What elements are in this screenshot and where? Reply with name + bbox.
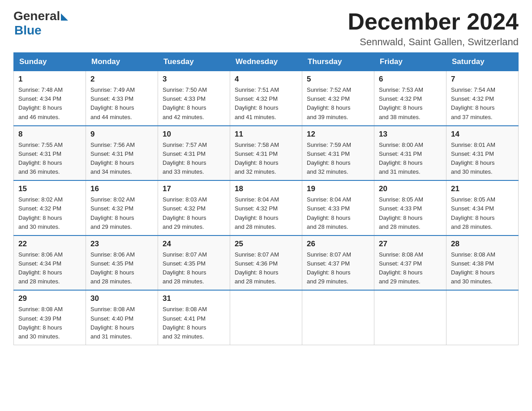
calendar-cell: 27 Sunrise: 8:08 AMSunset: 4:37 PMDaylig… bbox=[374, 235, 446, 291]
day-number: 19 bbox=[307, 184, 369, 193]
day-info: Sunrise: 8:08 AMSunset: 4:40 PMDaylight:… bbox=[90, 306, 135, 339]
calendar-cell: 19 Sunrise: 8:04 AMSunset: 4:33 PMDaylig… bbox=[302, 180, 374, 235]
page-header: General Blue December 2024 Sennwald, Sai… bbox=[13, 9, 519, 48]
day-number: 1 bbox=[18, 75, 81, 84]
day-number: 29 bbox=[18, 294, 81, 303]
day-number: 14 bbox=[451, 130, 514, 139]
calendar-cell: 22 Sunrise: 8:06 AMSunset: 4:34 PMDaylig… bbox=[14, 235, 86, 291]
calendar-week-row: 1 Sunrise: 7:48 AMSunset: 4:34 PMDayligh… bbox=[14, 71, 519, 126]
day-info: Sunrise: 7:52 AMSunset: 4:32 PMDaylight:… bbox=[307, 86, 351, 120]
day-number: 26 bbox=[307, 240, 369, 248]
calendar-week-row: 22 Sunrise: 8:06 AMSunset: 4:34 PMDaylig… bbox=[14, 235, 519, 291]
calendar-cell: 3 Sunrise: 7:50 AMSunset: 4:33 PMDayligh… bbox=[158, 71, 230, 126]
logo-blue-text: Blue bbox=[14, 23, 42, 37]
day-number: 21 bbox=[451, 184, 514, 193]
calendar-cell: 1 Sunrise: 7:48 AMSunset: 4:34 PMDayligh… bbox=[14, 71, 86, 126]
calendar-cell: 7 Sunrise: 7:54 AMSunset: 4:32 PMDayligh… bbox=[446, 71, 519, 126]
day-number: 18 bbox=[235, 184, 297, 193]
logo-general-text: General bbox=[13, 9, 60, 23]
day-number: 15 bbox=[18, 184, 81, 193]
calendar-week-row: 29 Sunrise: 8:08 AMSunset: 4:39 PMDaylig… bbox=[14, 290, 519, 345]
day-info: Sunrise: 7:53 AMSunset: 4:32 PMDaylight:… bbox=[379, 86, 423, 120]
calendar-cell: 8 Sunrise: 7:55 AMSunset: 4:31 PMDayligh… bbox=[14, 126, 86, 181]
day-number: 10 bbox=[163, 130, 225, 139]
day-number: 28 bbox=[451, 240, 514, 248]
calendar-cell: 4 Sunrise: 7:51 AMSunset: 4:32 PMDayligh… bbox=[230, 71, 302, 126]
calendar-table: SundayMondayTuesdayWednesdayThursdayFrid… bbox=[13, 52, 519, 345]
calendar-cell: 11 Sunrise: 7:58 AMSunset: 4:31 PMDaylig… bbox=[230, 126, 302, 181]
location-subtitle: Sennwald, Saint Gallen, Switzerland bbox=[348, 36, 519, 48]
day-number: 12 bbox=[307, 130, 369, 139]
day-info: Sunrise: 7:55 AMSunset: 4:31 PMDaylight:… bbox=[18, 141, 63, 175]
weekday-header-sunday: Sunday bbox=[14, 53, 86, 71]
day-number: 8 bbox=[18, 130, 81, 139]
calendar-cell bbox=[446, 290, 519, 345]
calendar-cell: 21 Sunrise: 8:05 AMSunset: 4:34 PMDaylig… bbox=[446, 180, 519, 235]
day-info: Sunrise: 8:00 AMSunset: 4:31 PMDaylight:… bbox=[379, 141, 423, 175]
day-number: 25 bbox=[235, 240, 297, 248]
calendar-cell: 29 Sunrise: 8:08 AMSunset: 4:39 PMDaylig… bbox=[14, 290, 86, 345]
calendar-cell: 18 Sunrise: 8:04 AMSunset: 4:32 PMDaylig… bbox=[230, 180, 302, 235]
day-info: Sunrise: 8:06 AMSunset: 4:35 PMDaylight:… bbox=[90, 251, 135, 285]
day-number: 3 bbox=[163, 75, 225, 84]
day-info: Sunrise: 7:48 AMSunset: 4:34 PMDaylight:… bbox=[18, 86, 63, 120]
weekday-header-row: SundayMondayTuesdayWednesdayThursdayFrid… bbox=[14, 53, 519, 71]
day-info: Sunrise: 7:50 AMSunset: 4:33 PMDaylight:… bbox=[163, 86, 207, 120]
day-number: 20 bbox=[379, 184, 442, 193]
calendar-cell: 12 Sunrise: 7:59 AMSunset: 4:31 PMDaylig… bbox=[302, 126, 374, 181]
day-info: Sunrise: 8:07 AMSunset: 4:36 PMDaylight:… bbox=[235, 251, 279, 285]
day-number: 17 bbox=[163, 184, 225, 193]
day-number: 16 bbox=[90, 184, 153, 193]
calendar-cell: 13 Sunrise: 8:00 AMSunset: 4:31 PMDaylig… bbox=[374, 126, 446, 181]
day-number: 11 bbox=[235, 130, 297, 139]
day-number: 24 bbox=[163, 240, 225, 248]
weekday-header-wednesday: Wednesday bbox=[230, 53, 302, 71]
calendar-week-row: 15 Sunrise: 8:02 AMSunset: 4:32 PMDaylig… bbox=[14, 180, 519, 235]
day-info: Sunrise: 7:56 AMSunset: 4:31 PMDaylight:… bbox=[90, 141, 135, 175]
day-number: 13 bbox=[379, 130, 442, 139]
day-number: 5 bbox=[307, 75, 369, 84]
month-year-title: December 2024 bbox=[348, 9, 519, 34]
day-info: Sunrise: 7:57 AMSunset: 4:31 PMDaylight:… bbox=[163, 141, 207, 175]
calendar-week-row: 8 Sunrise: 7:55 AMSunset: 4:31 PMDayligh… bbox=[14, 126, 519, 181]
calendar-cell: 15 Sunrise: 8:02 AMSunset: 4:32 PMDaylig… bbox=[14, 180, 86, 235]
weekday-header-tuesday: Tuesday bbox=[158, 53, 230, 71]
calendar-cell: 28 Sunrise: 8:08 AMSunset: 4:38 PMDaylig… bbox=[446, 235, 519, 291]
day-number: 31 bbox=[163, 294, 225, 303]
day-number: 30 bbox=[90, 294, 153, 303]
day-info: Sunrise: 8:07 AMSunset: 4:35 PMDaylight:… bbox=[163, 251, 207, 285]
logo-arrow-icon bbox=[61, 13, 68, 21]
calendar-cell: 26 Sunrise: 8:07 AMSunset: 4:37 PMDaylig… bbox=[302, 235, 374, 291]
weekday-header-monday: Monday bbox=[86, 53, 158, 71]
day-info: Sunrise: 8:05 AMSunset: 4:33 PMDaylight:… bbox=[379, 196, 423, 230]
day-info: Sunrise: 7:51 AMSunset: 4:32 PMDaylight:… bbox=[235, 86, 279, 120]
day-number: 9 bbox=[90, 130, 153, 139]
day-info: Sunrise: 8:07 AMSunset: 4:37 PMDaylight:… bbox=[307, 251, 351, 285]
title-block: December 2024 Sennwald, Saint Gallen, Sw… bbox=[348, 9, 519, 48]
calendar-cell: 10 Sunrise: 7:57 AMSunset: 4:31 PMDaylig… bbox=[158, 126, 230, 181]
calendar-cell bbox=[374, 290, 446, 345]
day-info: Sunrise: 8:02 AMSunset: 4:32 PMDaylight:… bbox=[18, 196, 63, 230]
calendar-cell: 6 Sunrise: 7:53 AMSunset: 4:32 PMDayligh… bbox=[374, 71, 446, 126]
calendar-cell: 24 Sunrise: 8:07 AMSunset: 4:35 PMDaylig… bbox=[158, 235, 230, 291]
weekday-header-saturday: Saturday bbox=[446, 53, 519, 71]
day-number: 2 bbox=[90, 75, 153, 84]
calendar-cell: 14 Sunrise: 8:01 AMSunset: 4:31 PMDaylig… bbox=[446, 126, 519, 181]
calendar-cell: 23 Sunrise: 8:06 AMSunset: 4:35 PMDaylig… bbox=[86, 235, 158, 291]
day-info: Sunrise: 8:01 AMSunset: 4:31 PMDaylight:… bbox=[451, 141, 495, 175]
day-number: 7 bbox=[451, 75, 514, 84]
day-info: Sunrise: 8:08 AMSunset: 4:38 PMDaylight:… bbox=[451, 251, 495, 285]
day-info: Sunrise: 7:58 AMSunset: 4:31 PMDaylight:… bbox=[235, 141, 279, 175]
calendar-cell: 30 Sunrise: 8:08 AMSunset: 4:40 PMDaylig… bbox=[86, 290, 158, 345]
day-info: Sunrise: 7:54 AMSunset: 4:32 PMDaylight:… bbox=[451, 86, 495, 120]
day-info: Sunrise: 8:08 AMSunset: 4:41 PMDaylight:… bbox=[163, 306, 207, 339]
day-info: Sunrise: 7:59 AMSunset: 4:31 PMDaylight:… bbox=[307, 141, 351, 175]
day-number: 6 bbox=[379, 75, 442, 84]
day-info: Sunrise: 8:08 AMSunset: 4:39 PMDaylight:… bbox=[18, 306, 63, 339]
calendar-cell: 9 Sunrise: 7:56 AMSunset: 4:31 PMDayligh… bbox=[86, 126, 158, 181]
day-number: 22 bbox=[18, 240, 81, 248]
day-info: Sunrise: 8:04 AMSunset: 4:32 PMDaylight:… bbox=[235, 196, 279, 230]
calendar-cell: 16 Sunrise: 8:02 AMSunset: 4:32 PMDaylig… bbox=[86, 180, 158, 235]
day-info: Sunrise: 8:02 AMSunset: 4:32 PMDaylight:… bbox=[90, 196, 135, 230]
calendar-cell: 31 Sunrise: 8:08 AMSunset: 4:41 PMDaylig… bbox=[158, 290, 230, 345]
